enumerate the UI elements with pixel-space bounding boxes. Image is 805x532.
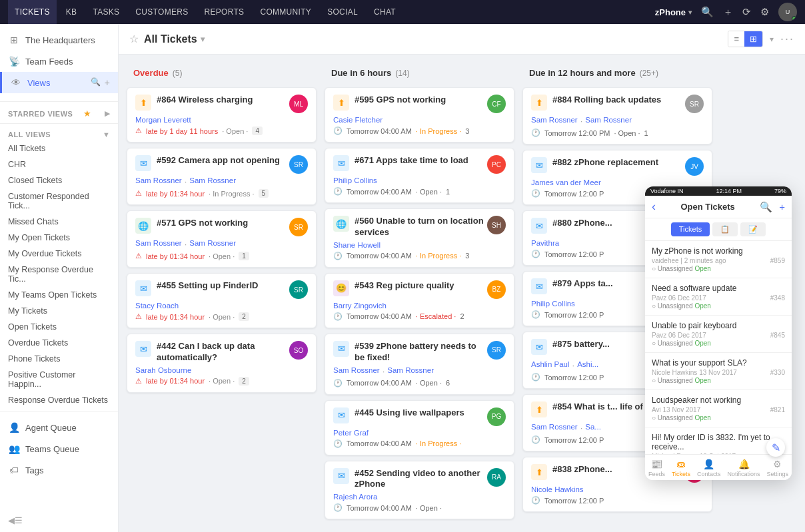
user-avatar[interactable]: U (778, 3, 797, 21)
ticket-card-595[interactable]: ⬆ #595 GPS not working CF Casie Fletcher… (325, 87, 514, 142)
settings-icon[interactable]: ⚙ (760, 6, 769, 18)
grid-view-button[interactable]: ⊞ (744, 31, 762, 47)
view-my-response-overdue[interactable]: My Response Overdue Tic... (0, 262, 118, 287)
page-title[interactable]: All Tickets ▾ (144, 33, 205, 45)
search-icon[interactable]: 🔍 (701, 6, 714, 18)
view-options-chevron[interactable]: ▾ (770, 35, 774, 44)
refresh-icon[interactable]: ⟳ (742, 6, 751, 18)
nav-chat[interactable]: CHAT (367, 0, 402, 24)
view-my-tickets[interactable]: My Tickets (0, 303, 118, 319)
view-positive-customer[interactable]: Positive Customer Happin... (0, 367, 118, 392)
collapse-sidebar[interactable]: ◀☰ (0, 509, 118, 532)
nav-community[interactable]: COMMUNITY (253, 0, 318, 24)
sidebar-item-team-feeds[interactable]: 📡 Team Feeds (0, 51, 118, 72)
mobile-ticket-item-4[interactable]: What is your support SLA? Nicole Hawkins… (645, 353, 792, 390)
view-chr[interactable]: CHR (0, 156, 118, 172)
agent-ashi[interactable]: Ashi... (577, 360, 598, 370)
mobile-ticket-item-2[interactable]: Need a software update Pavz 06 Dec 2017 … (645, 278, 792, 316)
agent-nicole[interactable]: Nicole Hawkins (531, 485, 584, 493)
more-options-button[interactable]: ··· (780, 32, 794, 46)
plus-icon[interactable]: ＋ (723, 6, 733, 19)
ticket-card-884[interactable]: ⬆ #884 Rolling back updates SR Sam Rossn… (522, 87, 712, 144)
ticket-card-445[interactable]: ✉ #445 Using live wallpapers PG Peter Gr… (325, 400, 514, 455)
view-all-tickets[interactable]: All Tickets (0, 140, 118, 156)
nav-customers[interactable]: CUSTOMERS (129, 0, 195, 24)
ticket-card-560[interactable]: 🌐 #560 Unable to turn on location servic… (325, 208, 514, 268)
views-add-icon[interactable]: + (105, 77, 110, 88)
mobile-back-button[interactable]: ‹ (652, 200, 656, 214)
agent-sam-1[interactable]: Sam Rossner (135, 176, 182, 186)
agent-sa-854b[interactable]: Sa... (585, 423, 601, 433)
agent-pavithra[interactable]: Pavithra (531, 239, 559, 247)
nav-reports[interactable]: REPORTS (198, 0, 251, 24)
mobile-tab-1[interactable]: 📋 (712, 222, 738, 236)
ticket-card-455[interactable]: ✉ #455 Setting up FinderID SR Stacy Roac… (127, 273, 317, 328)
agent-rajesh[interactable]: Rajesh Arora (333, 493, 377, 501)
view-my-teams-open[interactable]: My Teams Open Tickets (0, 287, 118, 303)
mobile-nav-settings[interactable]: ⚙ Settings (766, 459, 788, 477)
ticket-card-543[interactable]: 😊 #543 Reg picture quality BZ Barry Zing… (325, 273, 514, 328)
agent-barry[interactable]: Barry Zingovich (333, 302, 387, 310)
agent-sam-6[interactable]: Sam Rossner (387, 366, 434, 376)
ticket-card-442[interactable]: ✉ #442 Can I back up data automatically?… (127, 334, 317, 393)
agent-stacy[interactable]: Stacy Roach (135, 302, 179, 310)
view-closed-tickets[interactable]: Closed Tickets (0, 172, 118, 188)
brand-name[interactable]: zPhone ▾ (655, 7, 692, 17)
ticket-card-864[interactable]: ⬆ #864 Wireless charging ML Morgan Lever… (127, 87, 317, 142)
ticket-card-571[interactable]: 🌐 #571 GPS not working SR Sam Rossner · … (127, 210, 317, 268)
mobile-nav-notifications[interactable]: 🔔 Notifications (728, 459, 760, 477)
sidebar-item-views[interactable]: 👁 Views 🔍 + (0, 72, 118, 93)
view-phone-tickets[interactable]: Phone Tickets (0, 351, 118, 367)
view-open-tickets[interactable]: Open Tickets (0, 319, 118, 335)
agent-sam-5[interactable]: Sam Rossner (333, 366, 380, 376)
mobile-ticket-item-1[interactable]: My zPhone is not working vaidehee | 2 mi… (645, 241, 792, 278)
mobile-compose-button[interactable]: ✎ (766, 438, 785, 457)
agent-sam-3[interactable]: Sam Rossner (135, 239, 182, 249)
agent-sam-2[interactable]: Sam Rossner (189, 176, 236, 186)
sidebar-item-headquarters[interactable]: ⊞ The Headquarters (0, 29, 118, 51)
view-my-open-tickets[interactable]: My Open Tickets (0, 230, 118, 246)
agent-sam-884b[interactable]: Sam Rossner (585, 116, 632, 126)
agent-morgan[interactable]: Morgan Leverett (135, 116, 191, 124)
agent-peter[interactable]: Peter Graf (333, 429, 369, 437)
agent-ashlin[interactable]: Ashlin Paul (531, 360, 570, 370)
ticket-card-452[interactable]: ✉ #452 Sending video to another zPhone R… (325, 461, 514, 520)
agent-philip-879[interactable]: Philip Collins (531, 300, 575, 308)
agent-james[interactable]: James van der Meer (531, 178, 601, 186)
mobile-ticket-item-5[interactable]: Loudspeaker not working Avi 13 Nov 2017 … (645, 390, 792, 427)
nav-kb[interactable]: KB (59, 0, 84, 24)
ticket-card-592[interactable]: ✉ #592 Camera app not opening SR Sam Ros… (127, 148, 317, 205)
views-search-icon[interactable]: 🔍 (91, 77, 101, 88)
agent-sarah[interactable]: Sarah Osbourne (135, 366, 191, 374)
mobile-nav-tickets[interactable]: 🎟 Tickets (672, 459, 690, 477)
nav-social[interactable]: SOCIAL (321, 0, 365, 24)
mobile-add-icon[interactable]: + (779, 201, 785, 213)
mobile-search-icon[interactable]: 🔍 (760, 201, 772, 213)
agent-philip[interactable]: Philip Collins (333, 176, 377, 184)
ticket-card-671[interactable]: ✉ #671 Apps take time to load PC Philip … (325, 148, 514, 203)
view-response-overdue[interactable]: Response Overdue Tickets (0, 392, 118, 408)
starred-chevron[interactable]: ▶ (105, 109, 110, 118)
agent-shane[interactable]: Shane Howell (333, 241, 381, 249)
mobile-tab-active[interactable]: Tickets (671, 222, 710, 236)
sidebar-item-teams-queue[interactable]: 👥 Teams Queue (0, 438, 118, 459)
mobile-ticket-item-3[interactable]: Unable to pair keyboard Pavz 06 Dec 2017… (645, 316, 792, 353)
nav-tasks[interactable]: TASKS (86, 0, 126, 24)
list-view-button[interactable]: ≡ (728, 31, 744, 47)
agent-sam-884a[interactable]: Sam Rossner (531, 116, 578, 126)
ticket-card-539[interactable]: ✉ #539 zPhone battery needs to be fixed!… (325, 334, 514, 395)
agent-sam-854a[interactable]: Sam Rossner (531, 423, 578, 433)
all-views-chevron[interactable]: ▼ (103, 131, 110, 138)
sidebar-item-tags[interactable]: 🏷 Tags (0, 459, 118, 481)
mobile-tab-2[interactable]: 📝 (740, 222, 766, 236)
agent-sam-4[interactable]: Sam Rossner (189, 239, 236, 249)
view-missed-chats[interactable]: Missed Chats (0, 214, 118, 230)
mobile-nav-feeds[interactable]: 📰 Feeds (648, 459, 665, 477)
sidebar-item-agent-queue[interactable]: 👤 Agent Queue (0, 417, 118, 438)
view-overdue-tickets[interactable]: Overdue Tickets (0, 335, 118, 351)
view-my-overdue-tickets[interactable]: My Overdue Tickets (0, 246, 118, 262)
nav-tickets[interactable]: TICKETS (8, 0, 57, 24)
favorite-star-icon[interactable]: ☆ (129, 33, 139, 45)
agent-casie[interactable]: Casie Fletcher (333, 116, 383, 124)
view-customer-responded[interactable]: Customer Responded Tick... (0, 188, 118, 214)
